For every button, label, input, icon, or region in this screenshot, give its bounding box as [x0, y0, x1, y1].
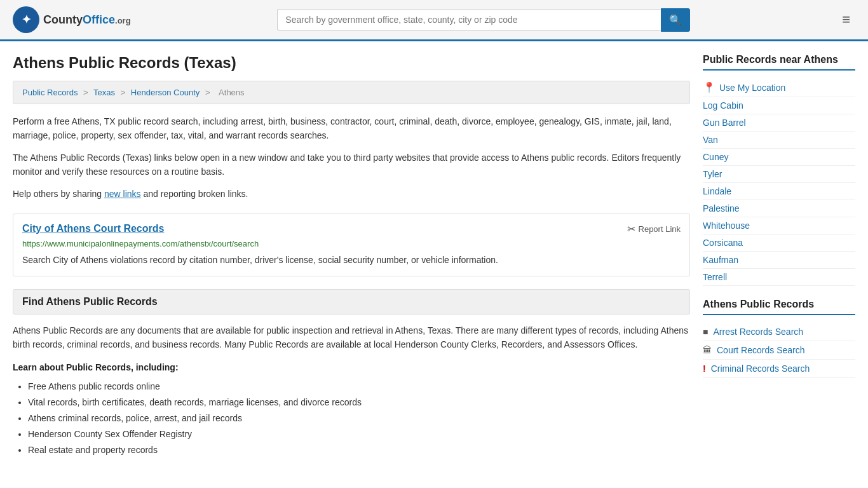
learn-list: Free Athens public records online Vital …: [13, 379, 690, 459]
sidebar-link-palestine[interactable]: Palestine: [703, 200, 855, 217]
arrest-icon: ■: [703, 327, 708, 337]
breadcrumb-public-records[interactable]: Public Records: [22, 88, 78, 97]
sidebar-arrest-records[interactable]: ■ Arrest Records Search: [703, 323, 855, 341]
report-link-btn[interactable]: ✂ Report Link: [627, 223, 681, 235]
criminal-records-label: Criminal Records Search: [711, 363, 810, 374]
sidebar: Public Records near Athens 📍 Use My Loca…: [703, 54, 855, 459]
intro-paragraph-3: Help others by sharing new links and rep…: [13, 187, 690, 201]
location-icon: 📍: [703, 81, 715, 93]
use-location-link[interactable]: 📍 Use My Location: [703, 78, 855, 97]
list-item: Free Athens public records online: [28, 379, 690, 395]
find-section-text: Athens Public Records are any documents …: [13, 323, 690, 352]
main-content: Athens Public Records (Texas) Public Rec…: [13, 54, 690, 459]
sidebar-court-records[interactable]: 🏛 Court Records Search: [703, 341, 855, 360]
find-section-title: Find Athens Public Records: [13, 289, 690, 315]
sidebar-criminal-records[interactable]: ! Criminal Records Search: [703, 360, 855, 378]
sidebar-link-kaufman[interactable]: Kaufman: [703, 252, 855, 269]
page-title: Athens Public Records (Texas): [13, 54, 690, 72]
court-records-label: Court Records Search: [717, 345, 805, 355]
records-section-title: Athens Public Records: [703, 299, 855, 315]
nearby-section-title: Public Records near Athens: [703, 54, 855, 71]
list-item: Real estate and property records: [28, 442, 690, 458]
intro-p3-post: and reporting broken links.: [141, 189, 248, 199]
breadcrumb-henderson[interactable]: Henderson County: [131, 88, 200, 97]
learn-title: Learn about Public Records, including:: [13, 362, 690, 372]
sidebar-link-terrell[interactable]: Terrell: [703, 269, 855, 286]
record-description: Search City of Athens violations record …: [22, 254, 681, 267]
report-icon: ✂: [627, 223, 635, 235]
sidebar-link-lindale[interactable]: Lindale: [703, 183, 855, 200]
intro-paragraph-1: Perform a free Athens, TX public record …: [13, 114, 690, 143]
court-icon: 🏛: [703, 345, 712, 355]
report-link-label: Report Link: [639, 224, 681, 234]
list-item: Vital records, birth certificates, death…: [28, 395, 690, 410]
logo-icon: ✦: [13, 6, 39, 33]
arrest-records-label: Arrest Records Search: [713, 327, 803, 337]
search-area: 🔍: [277, 8, 690, 32]
intro-paragraph-2: The Athens Public Records (Texas) links …: [13, 151, 690, 179]
record-card: City of Athens Court Records ✂ Report Li…: [13, 214, 690, 276]
breadcrumb-sep-2: >: [121, 88, 126, 97]
site-header: ✦ CountyOffice.org 🔍 ≡: [0, 0, 868, 41]
new-links-link[interactable]: new links: [104, 189, 141, 199]
criminal-icon: !: [703, 363, 706, 374]
breadcrumb-sep-1: >: [83, 88, 88, 97]
breadcrumb-athens: Athens: [219, 88, 244, 97]
sidebar-link-whitehouse[interactable]: Whitehouse: [703, 217, 855, 234]
sidebar-link-tyler[interactable]: Tyler: [703, 166, 855, 183]
logo-text: CountyOffice.org: [43, 13, 131, 27]
search-input[interactable]: [277, 9, 661, 30]
list-item: Athens criminal records, police, arrest,…: [28, 410, 690, 426]
record-title-link[interactable]: City of Athens Court Records: [22, 223, 164, 234]
sidebar-link-log-cabin[interactable]: Log Cabin: [703, 97, 855, 114]
logo-area: ✦ CountyOffice.org: [13, 6, 131, 33]
intro-p3-pre: Help others by sharing: [13, 189, 104, 199]
main-container: Athens Public Records (Texas) Public Rec…: [0, 41, 868, 471]
list-item: Henderson County Sex Offender Registry: [28, 426, 690, 442]
menu-button[interactable]: ≡: [837, 9, 855, 30]
sidebar-link-cuney[interactable]: Cuney: [703, 149, 855, 166]
search-button[interactable]: 🔍: [661, 8, 690, 32]
breadcrumb-texas[interactable]: Texas: [93, 88, 115, 97]
use-location-label: Use My Location: [719, 83, 785, 93]
record-url[interactable]: https://www.municipalonlinepayments.com/…: [22, 239, 681, 248]
sidebar-link-gun-barrel[interactable]: Gun Barrel: [703, 114, 855, 132]
breadcrumb-sep-3: >: [205, 88, 210, 97]
sidebar-link-van[interactable]: Van: [703, 132, 855, 149]
record-card-header: City of Athens Court Records ✂ Report Li…: [22, 223, 681, 235]
sidebar-link-corsicana[interactable]: Corsicana: [703, 234, 855, 252]
breadcrumb: Public Records > Texas > Henderson Count…: [13, 81, 690, 104]
